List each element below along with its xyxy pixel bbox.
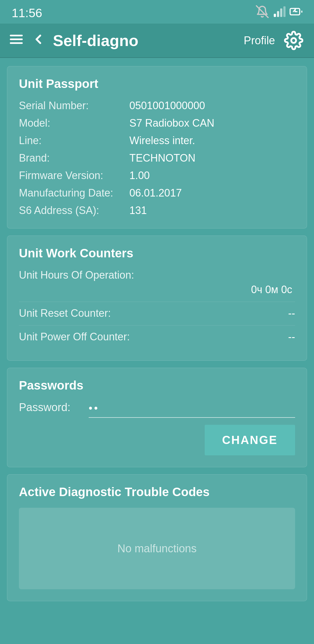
- brand-label: Brand:: [19, 152, 129, 164]
- dtc-card: Active Diagnostic Trouble Codes No malfu…: [7, 474, 307, 601]
- back-button[interactable]: [31, 32, 46, 49]
- passwords-card: Passwords Password: •• CHANGE: [7, 368, 307, 467]
- password-row: Password: ••: [19, 401, 295, 418]
- unit-work-counters-card: Unit Work Counters Unit Hours Of Operati…: [7, 236, 307, 361]
- model-label: Model:: [19, 117, 129, 129]
- unit-passport-title: Unit Passport: [19, 77, 295, 91]
- s6-address-value: 131: [129, 204, 147, 217]
- svg-rect-4: [283, 6, 286, 17]
- svg-rect-3: [280, 8, 282, 17]
- hours-operation-block: Unit Hours Of Operation: 0ч 0м 0с: [19, 269, 295, 296]
- model-row: Model: S7 Radiobox CAN: [19, 117, 295, 129]
- dtc-box: No malfunctions: [19, 508, 295, 589]
- profile-button[interactable]: Profile: [244, 34, 275, 47]
- change-password-button[interactable]: CHANGE: [205, 425, 295, 455]
- hours-operation-label: Unit Hours Of Operation:: [19, 269, 295, 281]
- brand-row: Brand: TECHNOTON: [19, 152, 295, 164]
- line-value: Wireless inter.: [129, 135, 195, 147]
- menu-button[interactable]: [9, 32, 24, 49]
- passwords-title: Passwords: [19, 378, 295, 392]
- serial-number-row: Serial Number: 0501001000000: [19, 100, 295, 112]
- reset-counter-value: --: [288, 307, 295, 319]
- settings-button[interactable]: [282, 29, 305, 52]
- line-row: Line: Wireless inter.: [19, 135, 295, 147]
- battery-icon: [290, 5, 302, 21]
- main-content: Unit Passport Serial Number: 05010010000…: [0, 58, 314, 609]
- svg-rect-2: [277, 11, 279, 17]
- svg-rect-1: [274, 14, 276, 17]
- manufacturing-date-row: Manufacturing Date: 06.01.2017: [19, 187, 295, 199]
- reset-counter-label: Unit Reset Counter:: [19, 307, 288, 319]
- password-label: Password:: [19, 401, 80, 418]
- firmware-value: 1.00: [129, 169, 150, 182]
- password-dots: ••: [89, 402, 99, 414]
- password-input-wrap: ••: [89, 402, 295, 418]
- dtc-empty-message: No malfunctions: [117, 542, 197, 555]
- unit-work-counters-title: Unit Work Counters: [19, 246, 295, 260]
- brand-value: TECHNOTON: [129, 152, 195, 164]
- manufacturing-date-value: 06.01.2017: [129, 187, 182, 199]
- reset-counter-row: Unit Reset Counter: --: [19, 307, 295, 319]
- dtc-title: Active Diagnostic Trouble Codes: [19, 485, 295, 499]
- page-title: Self-diagno: [53, 31, 237, 49]
- s6-address-label: S6 Address (SA):: [19, 204, 129, 217]
- status-time: 11:56: [12, 6, 42, 20]
- unit-passport-card: Unit Passport Serial Number: 05010010000…: [7, 66, 307, 229]
- signal-icon: [273, 5, 286, 21]
- s6-address-row: S6 Address (SA): 131: [19, 204, 295, 217]
- firmware-label: Firmware Version:: [19, 169, 129, 182]
- power-off-label: Unit Power Off Counter:: [19, 331, 288, 343]
- serial-number-value: 0501001000000: [129, 100, 205, 112]
- divider-1: [19, 302, 295, 302]
- status-icons: [256, 5, 302, 21]
- model-value: S7 Radiobox CAN: [129, 117, 214, 129]
- serial-number-label: Serial Number:: [19, 100, 129, 112]
- svg-line-0: [256, 6, 268, 17]
- status-bar: 11:56: [0, 0, 314, 24]
- notification-muted-icon: [256, 5, 269, 21]
- firmware-row: Firmware Version: 1.00: [19, 169, 295, 182]
- power-off-counter-row: Unit Power Off Counter: --: [19, 331, 295, 343]
- power-off-value: --: [288, 331, 295, 343]
- divider-2: [19, 325, 295, 325]
- svg-point-13: [291, 38, 296, 43]
- manufacturing-date-label: Manufacturing Date:: [19, 187, 129, 199]
- hours-operation-value: 0ч 0м 0с: [19, 284, 295, 296]
- toolbar: Self-diagno Profile: [0, 24, 314, 58]
- line-label: Line:: [19, 135, 129, 147]
